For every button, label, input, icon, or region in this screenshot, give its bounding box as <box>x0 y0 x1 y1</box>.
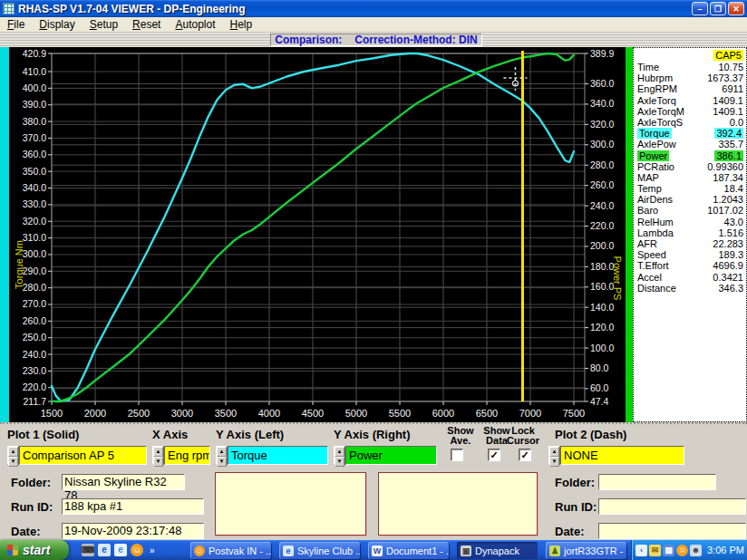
x-axis-value[interactable]: Eng rpm <box>164 446 210 465</box>
window-title: RHAS-SP V1.7-04 VIEWER - DP-Engineering <box>18 3 246 15</box>
ie-icon[interactable]: e <box>98 544 111 556</box>
y-right-spinner[interactable]: ▲▼ <box>334 446 345 465</box>
messenger-orange-icon[interactable]: ☺ <box>131 544 143 556</box>
start-label: start <box>23 543 50 557</box>
checkbox-data[interactable]: ✓ <box>488 449 500 461</box>
date-label-right: Date: <box>555 525 585 538</box>
app-window: RHAS-SP V1.7-04 VIEWER - DP-Engineering … <box>0 0 747 560</box>
svg-text:360.0: 360.0 <box>23 149 46 159</box>
comment-box-1[interactable] <box>215 472 366 536</box>
svg-text:220.0: 220.0 <box>590 220 614 231</box>
x-axis-header: X Axis <box>152 428 188 441</box>
svg-text:250.0: 250.0 <box>23 332 46 343</box>
svg-text:389.9: 389.9 <box>590 48 614 59</box>
collapse-chevron-icon[interactable]: ‹ <box>635 545 647 556</box>
svg-text:330.0: 330.0 <box>23 198 46 209</box>
restore-button[interactable]: ❐ <box>710 2 726 15</box>
svg-text:390.0: 390.0 <box>23 99 46 110</box>
svg-text:211.7: 211.7 <box>24 396 47 407</box>
svg-text:200.0: 200.0 <box>590 240 614 251</box>
task-label: jortR33GTR - ... <box>564 546 626 556</box>
plot2-value[interactable]: NONE <box>560 446 684 465</box>
plot2-combo[interactable]: ▲▼ NONE <box>548 446 684 465</box>
date-field-right[interactable] <box>598 523 746 539</box>
comparison-label: Comparison: Correction-Method: DIN <box>270 34 482 46</box>
checkbox-ave[interactable] <box>451 449 463 461</box>
svg-text:100.0: 100.0 <box>590 343 614 353</box>
y-right-value[interactable]: Power <box>345 446 437 465</box>
data-row-afr: AFR22.283 <box>637 238 743 249</box>
menu-item-setup[interactable]: Setup <box>82 17 125 33</box>
checkbox-cursor[interactable]: ✓ <box>519 449 531 461</box>
display-icon[interactable]: ▤ <box>663 545 674 556</box>
svg-text:47.4: 47.4 <box>590 396 609 407</box>
y-left-combo[interactable]: ▲▼ Torque <box>216 446 328 465</box>
dyno-plot[interactable]: 420.9410.0400.0390.0380.0370.0360.0350.0… <box>9 47 626 422</box>
y-left-value[interactable]: Torque <box>228 446 328 465</box>
folder-field-right[interactable] <box>598 474 716 490</box>
right-axis-color-strip <box>626 47 633 422</box>
data-row-baro: Baro1017.02 <box>637 205 743 216</box>
task-button-1[interactable]: ☺Postvak IN - ... <box>190 542 271 559</box>
clock[interactable]: 3:06 PM <box>707 545 744 555</box>
data-row-relhum: RelHum43.0 <box>637 217 743 227</box>
data-row-accel: Accel0.3421 <box>637 272 743 283</box>
runid-field-left[interactable]: 188 kpa #1 <box>62 498 204 515</box>
menu-item-help[interactable]: Help <box>223 17 260 33</box>
close-button[interactable]: ✕ <box>728 2 744 15</box>
plot1-header: Plot 1 (Solid) <box>7 428 79 441</box>
keyboard-icon[interactable]: ⌨ <box>82 544 94 556</box>
svg-text:140.0: 140.0 <box>590 302 614 313</box>
svg-text:80.0: 80.0 <box>590 362 609 373</box>
mail-orange-icon: ☺ <box>194 546 205 556</box>
menu-item-reset[interactable]: Reset <box>125 17 168 33</box>
mail-icon[interactable]: ✉ <box>649 545 661 556</box>
data-row-engrpm: EngRPM6911 <box>637 83 743 94</box>
svg-text:300.0: 300.0 <box>23 248 46 259</box>
svg-text:260.0: 260.0 <box>23 315 46 326</box>
msn-icon: ♟ <box>549 546 560 556</box>
x-axis-combo[interactable]: ▲▼ Eng rpm <box>152 446 210 465</box>
plot1-spinner[interactable]: ▲▼ <box>7 446 19 465</box>
menu-item-file[interactable]: File <box>0 17 32 33</box>
ie-light-icon[interactable]: e <box>114 544 127 556</box>
data-row-pcratio: PCRatio0.99360 <box>637 161 743 172</box>
data-row-map: MAP187.34 <box>637 172 743 183</box>
title-bar: RHAS-SP V1.7-04 VIEWER - DP-Engineering … <box>0 0 747 17</box>
plot2-spinner[interactable]: ▲▼ <box>548 446 560 465</box>
data-row-axletorqs: AxleTorqS0.0 <box>637 117 743 128</box>
date-field-left[interactable]: 19-Nov-2009 23:17:48 <box>62 523 204 539</box>
comment-box-2[interactable] <box>378 472 538 536</box>
task-button-4[interactable]: ▣Dynapack <box>457 542 538 559</box>
user-icon[interactable]: ☻ <box>690 545 702 556</box>
task-button-2[interactable]: eSkyline Club ... <box>279 542 360 559</box>
y-left-spinner[interactable]: ▲▼ <box>216 446 228 465</box>
minimize-button[interactable]: – <box>692 2 708 15</box>
data-row-temp: Temp18.4 <box>637 183 743 194</box>
menu-item-autoplot[interactable]: Autoplot <box>168 17 222 33</box>
plot1-combo[interactable]: ▲▼ Comparison AP 5 <box>7 446 147 465</box>
data-row-axletorq: AxleTorq1409.1 <box>637 95 743 106</box>
quick-launch-overflow-chevron[interactable]: » <box>147 546 155 555</box>
folder-field-left[interactable]: Nissan Skyline R32 78 <box>62 474 185 490</box>
svg-text:2000: 2000 <box>84 408 106 419</box>
svg-text:3000: 3000 <box>171 408 193 419</box>
x-axis-spinner[interactable]: ▲▼ <box>152 446 164 465</box>
svg-text:7000: 7000 <box>519 408 541 419</box>
correction-method-label: Correction-Method: DIN <box>354 34 477 46</box>
svg-text:280.0: 280.0 <box>590 159 614 170</box>
runid-label-right: Run ID: <box>555 500 597 514</box>
checkbox-label-ave: Show Ave. <box>442 426 479 446</box>
menu-item-display[interactable]: Display <box>32 17 82 33</box>
runid-field-right[interactable] <box>598 498 746 515</box>
y-right-combo[interactable]: ▲▼ Power <box>334 446 437 465</box>
plot1-value[interactable]: Comparison AP 5 <box>19 446 147 465</box>
word-icon: W <box>372 546 383 556</box>
data-row-t.effort: T.Effort4696.9 <box>637 260 743 271</box>
runid-label-left: Run ID: <box>11 500 53 514</box>
dynapack-icon: ▣ <box>461 546 471 556</box>
task-button-3[interactable]: WDocument1 - ... <box>368 542 449 559</box>
messenger-orange-icon[interactable]: ☺ <box>676 545 688 556</box>
task-button-5[interactable]: ♟jortR33GTR - ... <box>546 542 626 559</box>
start-button[interactable]: start <box>0 540 69 560</box>
